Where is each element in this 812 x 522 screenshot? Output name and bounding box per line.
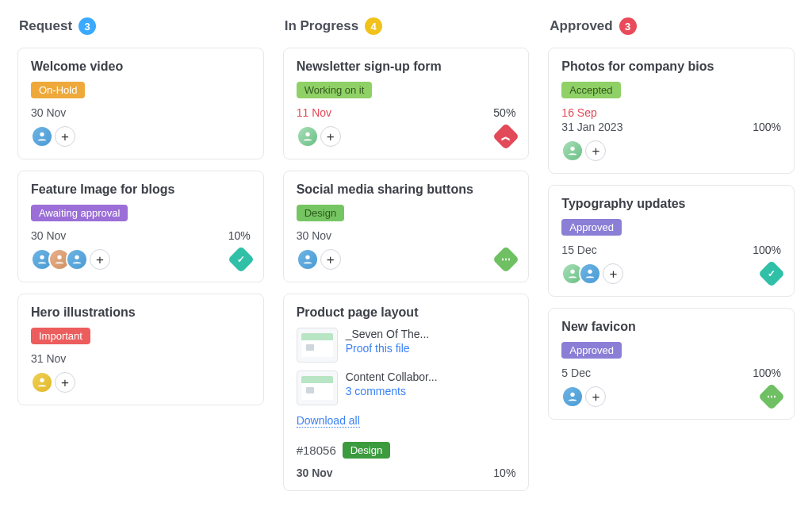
file-name: _Seven Of The...	[346, 328, 430, 340]
file-thumb	[297, 328, 338, 363]
card[interactable]: New favicon Approved 5 Dec 100% + ⋯	[548, 308, 795, 420]
avatar-group: +	[31, 371, 75, 393]
date-label: 11 Nov	[297, 106, 331, 119]
svg-point-2	[57, 255, 61, 259]
card[interactable]: Photos for company bios Accepted 16 Sep …	[548, 48, 795, 174]
column-count-badge: 3	[79, 17, 96, 35]
card[interactable]: Feature Image for blogs Awaiting approva…	[17, 171, 264, 282]
column-header[interactable]: Request 3	[17, 17, 264, 35]
download-all-link[interactable]: Download all	[297, 414, 360, 428]
card-title: Newsletter sign-up form	[297, 59, 516, 74]
date-label: 15 Dec	[561, 244, 596, 256]
card-title: Welcome video	[31, 59, 251, 74]
column-title: Approved	[550, 18, 612, 34]
avatar[interactable]	[297, 248, 319, 271]
card[interactable]: Newsletter sign-up form Working on it 11…	[283, 48, 530, 159]
file-name: Content Collabor...	[346, 370, 438, 383]
column-title: Request	[19, 18, 72, 34]
svg-point-3	[75, 255, 79, 259]
file-thumb	[297, 370, 338, 405]
status-badge: Approved	[561, 219, 622, 236]
card-title: Social media sharing buttons	[297, 182, 516, 197]
date-label: 30 Nov	[297, 229, 331, 242]
column-title: In Progress	[285, 18, 359, 34]
avatar-group: +	[297, 248, 341, 271]
percent-label: 10%	[228, 229, 251, 242]
add-avatar-button[interactable]: +	[55, 126, 75, 147]
card-id: #18056	[297, 443, 336, 457]
avatar-group: +	[561, 263, 623, 285]
card[interactable]: Hero illustrations Important 31 Nov +	[17, 294, 264, 405]
status-badge: Working on it	[297, 82, 373, 98]
card-title: Product page layout	[297, 305, 516, 320]
status-badge: Design	[343, 442, 390, 459]
avatar-group: +	[31, 125, 75, 148]
comments-link[interactable]: 3 comments	[346, 385, 438, 397]
card[interactable]: Product page layout _Seven Of The... Pro…	[283, 294, 530, 491]
column-header[interactable]: Approved 3	[548, 17, 795, 35]
date-label: 16 Sep	[561, 106, 596, 119]
avatar[interactable]	[66, 248, 88, 271]
add-avatar-button[interactable]: +	[55, 372, 75, 393]
percent-label: 50%	[493, 106, 515, 119]
add-avatar-button[interactable]: +	[320, 249, 341, 270]
date-label: 5 Dec	[561, 367, 591, 379]
add-avatar-button[interactable]: +	[585, 140, 606, 161]
avatar-group: +	[297, 125, 341, 148]
avatar[interactable]	[31, 125, 53, 148]
column-request: Request 3 Welcome video On-Hold 30 Nov +…	[17, 17, 264, 416]
svg-point-4	[40, 378, 44, 382]
date-label: 30 Nov	[31, 106, 66, 119]
percent-label: 100%	[753, 121, 781, 133]
svg-point-9	[588, 270, 592, 274]
status-badge: On-Hold	[31, 82, 85, 98]
kanban-board: Request 3 Welcome video On-Hold 30 Nov +…	[17, 17, 795, 502]
file-item[interactable]: Content Collabor... 3 comments	[297, 370, 516, 405]
avatar[interactable]	[561, 386, 584, 408]
date-label: 31 Nov	[31, 352, 66, 365]
status-badge: Important	[31, 328, 90, 344]
avatar[interactable]	[297, 125, 319, 148]
percent-label: 100%	[753, 244, 781, 256]
status-badge: Accepted	[561, 82, 620, 98]
priority-icon: ✓	[758, 260, 785, 287]
avatar-group: +	[31, 248, 110, 271]
card-title: Feature Image for blogs	[31, 182, 251, 197]
card[interactable]: Typography updates Approved 15 Dec 100% …	[548, 185, 795, 297]
add-avatar-button[interactable]: +	[90, 249, 110, 270]
card-title: New favicon	[561, 320, 781, 334]
column-in-progress: In Progress 4 Newsletter sign-up form Wo…	[283, 17, 530, 502]
date-label: 30 Nov	[31, 229, 66, 242]
avatar[interactable]	[31, 371, 53, 393]
card[interactable]: Social media sharing buttons Design 30 N…	[283, 171, 530, 282]
avatar-group: +	[561, 140, 606, 162]
status-badge: Approved	[561, 342, 622, 359]
column-header[interactable]: In Progress 4	[283, 17, 530, 35]
column-approved: Approved 3 Photos for company bios Accep…	[548, 17, 795, 431]
svg-point-5	[305, 132, 309, 136]
add-avatar-button[interactable]: +	[603, 263, 623, 284]
card-title: Hero illustrations	[31, 305, 251, 320]
card-title: Typography updates	[561, 197, 781, 211]
column-count-badge: 4	[365, 17, 382, 35]
svg-point-6	[305, 255, 309, 259]
svg-point-0	[40, 132, 44, 136]
card[interactable]: Welcome video On-Hold 30 Nov +	[17, 48, 264, 159]
status-badge: Awaiting approval	[31, 205, 128, 221]
proof-link[interactable]: Proof this file	[346, 342, 430, 355]
svg-point-7	[571, 147, 575, 151]
avatar[interactable]	[579, 263, 601, 285]
avatar-group: +	[561, 386, 606, 408]
add-avatar-button[interactable]: +	[585, 386, 606, 407]
file-item[interactable]: _Seven Of The... Proof this file	[297, 328, 516, 363]
avatar[interactable]	[561, 140, 584, 162]
status-badge: Design	[297, 205, 344, 221]
svg-point-10	[571, 393, 575, 397]
priority-icon: ✓	[228, 246, 255, 273]
card-title: Photos for company bios	[561, 59, 781, 74]
svg-point-8	[571, 270, 575, 274]
svg-point-1	[40, 255, 44, 259]
column-count-badge: 3	[619, 17, 637, 35]
add-avatar-button[interactable]: +	[320, 126, 341, 147]
priority-icon: ⋯	[492, 246, 519, 273]
